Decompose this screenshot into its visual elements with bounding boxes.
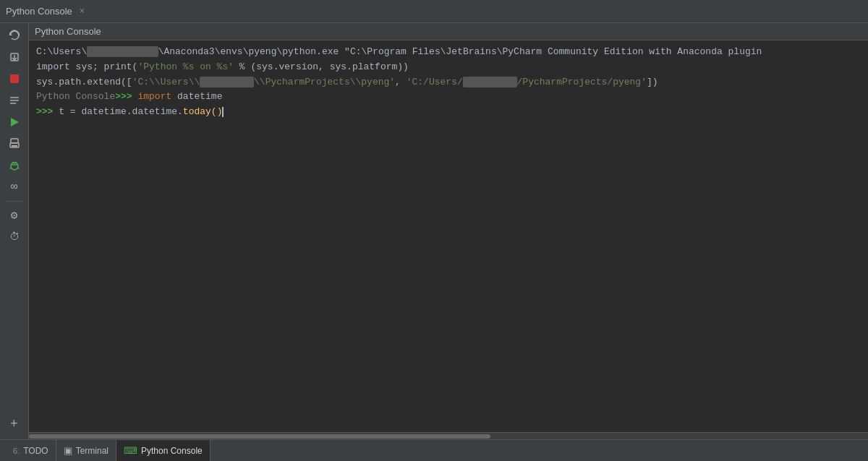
todo-item[interactable]: 6: TODO: [6, 440, 56, 461]
console-line-importsys: import sys; print('Python %s on %s' % (s…: [36, 60, 861, 75]
loop-icon[interactable]: ∞: [4, 178, 25, 197]
console-area: Python Console C:\Users\ \Anaconda3\envs…: [29, 23, 868, 439]
python-console-tab[interactable]: ⌨ Python Console: [116, 440, 210, 461]
status-bar: 6: TODO ▣ Terminal ⌨ Python Console: [0, 439, 868, 461]
svg-line-17: [10, 168, 11, 169]
align-icon[interactable]: [4, 91, 25, 110]
stop-icon[interactable]: [4, 69, 25, 88]
debug-icon[interactable]: [4, 156, 25, 175]
terminal-icon: ▣: [64, 445, 72, 456]
h-scroll-thumb[interactable]: [29, 434, 490, 439]
svg-rect-10: [11, 139, 18, 143]
horizontal-scrollbar[interactable]: [29, 432, 868, 439]
console-header-label: Python Console: [35, 26, 101, 37]
toolbar: ∞ ⚙ ⏱ +: [0, 23, 29, 439]
todo-icon: 6:: [13, 447, 20, 455]
run-icon[interactable]: [4, 113, 25, 132]
console-header: Python Console: [29, 23, 868, 40]
svg-point-13: [11, 163, 18, 170]
console-output[interactable]: C:\Users\ \Anaconda3\envs\pyeng\python.e…: [29, 40, 868, 432]
python-console-icon: ⌨: [124, 445, 137, 456]
todo-label: TODO: [23, 446, 48, 456]
settings-icon[interactable]: ⚙: [4, 206, 25, 225]
title-bar-label: Python Console: [6, 6, 72, 17]
title-bar-close-button[interactable]: ×: [77, 5, 88, 18]
rerun-icon[interactable]: [4, 26, 25, 45]
svg-rect-5: [10, 74, 19, 83]
terminal-item[interactable]: ▣ Terminal: [56, 440, 116, 461]
svg-marker-9: [11, 118, 19, 126]
console-line-system: C:\Users\ \Anaconda3\envs\pyeng\python.e…: [36, 45, 861, 60]
console-line-syspath: sys.path.extend(['C:\\Users\\ \\PycharmP…: [36, 75, 861, 90]
svg-line-18: [18, 168, 19, 169]
main-area: ∞ ⚙ ⏱ + Python Console C:\Users\ \Anacon…: [0, 23, 868, 439]
clock-icon[interactable]: ⏱: [4, 228, 25, 246]
console-line-import-datetime: Python Console>>> import datetime: [36, 90, 861, 105]
terminal-label: Terminal: [76, 446, 109, 456]
title-bar: Python Console ×: [0, 0, 868, 23]
toolbar-separator: [6, 201, 23, 202]
python-console-label: Python Console: [141, 446, 203, 456]
print-icon[interactable]: [4, 134, 25, 153]
svg-rect-12: [12, 145, 17, 147]
restore-icon[interactable]: [4, 48, 25, 66]
add-icon[interactable]: +: [4, 415, 25, 434]
console-line-today: >>> t = datetime.datetime.today(): [36, 105, 861, 120]
